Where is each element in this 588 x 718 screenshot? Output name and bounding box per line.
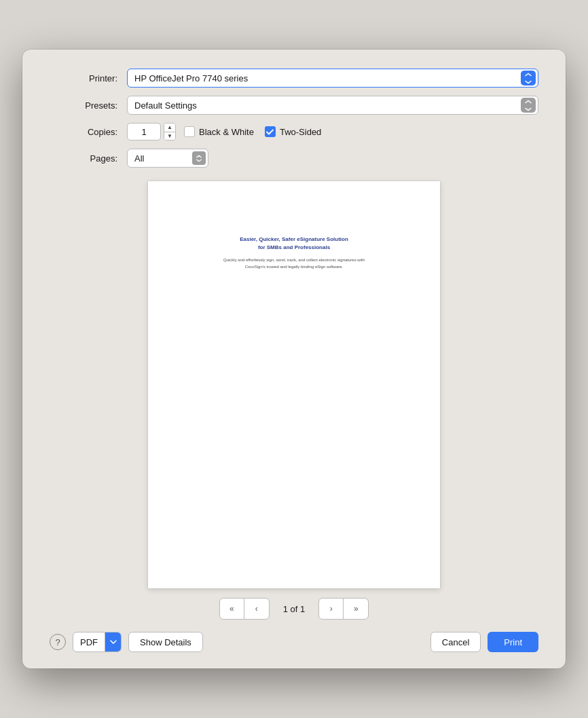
pdf-button-wrapper: PDF: [73, 632, 122, 652]
cancel-button[interactable]: Cancel: [430, 632, 481, 652]
two-sided-label: Two-Sided: [280, 127, 321, 137]
printer-row: Printer: HP OfficeJet Pro 7740 series: [50, 69, 538, 88]
black-white-label: Black & White: [199, 127, 254, 137]
presets-label: Presets:: [50, 100, 117, 111]
preview-subtitle: Quickly and effortlessly sign, send, tra…: [219, 257, 369, 270]
pdf-label: PDF: [73, 637, 105, 647]
printer-select[interactable]: HP OfficeJet Pro 7740 series: [127, 69, 538, 88]
page-indicator: 1 of 1: [283, 604, 306, 614]
next-page-button[interactable]: ›: [319, 599, 344, 619]
copies-row: Copies: ▲ ▼ Black & White Two-Sided: [50, 123, 538, 140]
two-sided-checkbox[interactable]: [265, 126, 276, 137]
pages-select[interactable]: All: [127, 149, 208, 168]
nav-first-prev-group: « ‹: [219, 598, 270, 620]
pages-row: Pages: All: [50, 149, 538, 168]
presets-select-wrapper: Default Settings: [127, 96, 538, 115]
pages-label: Pages:: [50, 153, 117, 164]
checkbox-group: Black & White Two-Sided: [184, 126, 321, 137]
print-dialog: Printer: HP OfficeJet Pro 7740 series Pr…: [22, 50, 566, 668]
pagination-row: « ‹ 1 of 1 › »: [50, 598, 538, 620]
presets-row: Presets: Default Settings: [50, 96, 538, 115]
printer-label: Printer:: [50, 73, 117, 83]
help-button[interactable]: ?: [50, 634, 66, 650]
presets-select[interactable]: Default Settings: [127, 96, 538, 115]
black-white-checkbox[interactable]: [184, 126, 195, 137]
copies-input[interactable]: [127, 123, 161, 140]
black-white-checkbox-label[interactable]: Black & White: [184, 126, 254, 137]
printer-select-wrapper: HP OfficeJet Pro 7740 series: [127, 69, 538, 88]
print-button[interactable]: Print: [488, 632, 538, 652]
preview-title: Easier, Quicker, Safer eSignature Soluti…: [240, 235, 348, 252]
show-details-button[interactable]: Show Details: [128, 632, 203, 652]
two-sided-checkbox-label[interactable]: Two-Sided: [265, 126, 321, 137]
preview-area: Easier, Quicker, Safer eSignature Soluti…: [50, 181, 538, 588]
copies-input-wrapper: ▲ ▼: [127, 123, 176, 140]
last-page-button[interactable]: »: [344, 599, 368, 619]
pages-select-wrapper: All: [127, 149, 208, 168]
copies-stepper: ▲ ▼: [164, 123, 176, 140]
prev-page-button[interactable]: ‹: [244, 599, 269, 619]
copies-label: Copies:: [50, 127, 117, 137]
copies-decrement[interactable]: ▼: [164, 132, 175, 140]
nav-next-last-group: › »: [318, 598, 369, 620]
page-preview: Easier, Quicker, Safer eSignature Soluti…: [148, 181, 440, 588]
copies-increment[interactable]: ▲: [164, 124, 175, 132]
pdf-dropdown-arrow[interactable]: [105, 632, 121, 652]
bottom-bar: ? PDF Show Details Cancel Print: [50, 632, 538, 652]
first-page-button[interactable]: «: [220, 599, 244, 619]
